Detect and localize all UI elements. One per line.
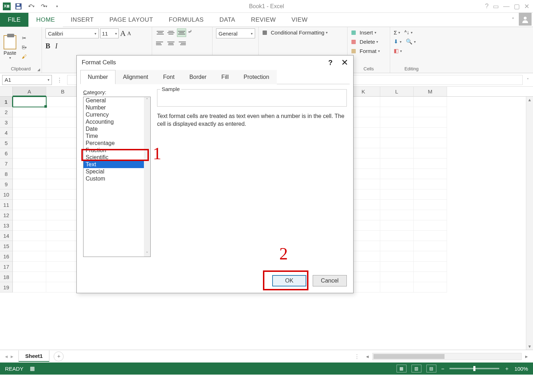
cell[interactable] xyxy=(46,262,80,272)
clipboard-launcher[interactable]: ◢ xyxy=(37,68,40,71)
cell[interactable] xyxy=(380,189,414,200)
cell[interactable] xyxy=(46,107,80,117)
cell[interactable] xyxy=(380,282,414,292)
cell[interactable] xyxy=(414,179,447,189)
cell[interactable] xyxy=(13,97,46,107)
row-header[interactable]: 6 xyxy=(0,148,13,159)
zoom-slider[interactable] xyxy=(449,368,499,369)
tab-page-layout[interactable]: PAGE LAYOUT xyxy=(102,13,161,27)
cell[interactable] xyxy=(380,107,414,117)
column-header[interactable]: L xyxy=(380,87,414,96)
align-left-button[interactable] xyxy=(156,39,165,48)
scroll-up-arrow[interactable]: ▲ xyxy=(528,97,532,102)
tab-view[interactable]: VIEW xyxy=(284,13,315,27)
category-item[interactable]: Date xyxy=(84,125,150,133)
page-break-view-button[interactable]: ▤ xyxy=(426,365,436,372)
cell[interactable] xyxy=(46,251,80,262)
expand-formula-bar[interactable]: ˅ xyxy=(525,78,531,82)
name-box[interactable]: A1▾ xyxy=(2,75,52,85)
cell[interactable] xyxy=(414,169,447,179)
row-header[interactable]: 5 xyxy=(0,138,13,148)
cell[interactable] xyxy=(46,159,80,169)
cell[interactable] xyxy=(46,282,80,292)
cell[interactable] xyxy=(46,241,80,251)
minimize-button[interactable]: — xyxy=(503,2,510,10)
insert-cells-button[interactable]: ▦Insert ▾ xyxy=(351,28,376,36)
cell[interactable] xyxy=(13,169,46,179)
dialog-tab-alignment[interactable]: Alignment xyxy=(115,70,156,84)
tab-review[interactable]: REVIEW xyxy=(243,13,284,27)
cell[interactable] xyxy=(380,251,414,262)
row-header[interactable]: 13 xyxy=(0,220,13,231)
restore-button[interactable]: ▢ xyxy=(514,2,520,10)
cell[interactable] xyxy=(380,138,414,148)
cell[interactable] xyxy=(414,97,447,107)
dialog-close-button[interactable]: ✕ xyxy=(341,58,348,68)
row-header[interactable]: 3 xyxy=(0,117,13,128)
row-header[interactable]: 8 xyxy=(0,169,13,179)
cell[interactable] xyxy=(46,179,80,189)
cell[interactable] xyxy=(46,231,80,241)
tab-home[interactable]: HOME xyxy=(28,13,63,27)
cell[interactable] xyxy=(46,189,80,200)
cell[interactable] xyxy=(13,117,46,128)
cell[interactable] xyxy=(414,107,447,117)
row-header[interactable]: 18 xyxy=(0,272,13,282)
fill-button[interactable]: ⬇ ▾ 🔍▾ xyxy=(394,38,416,45)
cell[interactable] xyxy=(13,189,46,200)
category-item[interactable]: Fraction xyxy=(84,147,150,154)
category-item[interactable]: Special xyxy=(84,168,150,175)
dialog-tab-fill[interactable]: Fill xyxy=(214,70,236,84)
user-account-icon[interactable] xyxy=(519,13,532,26)
cell[interactable] xyxy=(13,159,46,169)
macro-record-icon[interactable]: ▦ xyxy=(30,365,35,372)
cell[interactable] xyxy=(46,128,80,138)
cell[interactable] xyxy=(414,210,447,220)
row-header[interactable]: 11 xyxy=(0,200,13,210)
tab-data[interactable]: DATA xyxy=(211,13,243,27)
cell[interactable] xyxy=(414,272,447,282)
decrease-font-button[interactable]: A xyxy=(127,31,131,37)
align-middle-button[interactable] xyxy=(166,28,176,37)
cell[interactable] xyxy=(46,97,80,107)
cell[interactable] xyxy=(13,251,46,262)
cell[interactable] xyxy=(414,220,447,231)
cell[interactable] xyxy=(13,241,46,251)
cell[interactable] xyxy=(414,200,447,210)
normal-view-button[interactable]: ▦ xyxy=(397,365,407,372)
cell[interactable] xyxy=(380,159,414,169)
cell[interactable] xyxy=(46,200,80,210)
scroll-down-arrow[interactable]: ▼ xyxy=(528,344,532,349)
cell[interactable] xyxy=(46,210,80,220)
font-name-combo[interactable]: Calibri▾ xyxy=(45,28,99,38)
row-header[interactable]: 1 xyxy=(0,97,13,107)
page-layout-view-button[interactable]: ▥ xyxy=(411,365,421,372)
cancel-button[interactable]: Cancel xyxy=(313,275,347,286)
cell[interactable] xyxy=(414,241,447,251)
column-header[interactable]: B xyxy=(46,87,80,96)
increase-font-button[interactable]: A xyxy=(120,29,126,38)
dialog-title-bar[interactable]: Format Cells ? ✕ xyxy=(77,55,353,70)
cell[interactable] xyxy=(414,282,447,292)
zoom-out-button[interactable]: − xyxy=(441,366,445,372)
cut-button[interactable]: ✂ xyxy=(20,34,28,42)
copy-button[interactable]: ⎘▾ xyxy=(20,43,28,51)
dialog-tab-font[interactable]: Font xyxy=(156,70,182,84)
cell[interactable] xyxy=(414,117,447,128)
row-header[interactable]: 16 xyxy=(0,251,13,262)
redo-button[interactable]: ↷▾ xyxy=(39,1,49,11)
undo-button[interactable]: ↶▾ xyxy=(26,1,36,11)
category-item[interactable]: Custom xyxy=(84,175,150,182)
format-cells-button[interactable]: ▦Format ▾ xyxy=(351,47,380,55)
row-header[interactable]: 9 xyxy=(0,179,13,189)
dialog-tab-protection[interactable]: Protection xyxy=(236,70,277,84)
fx-handle[interactable]: ⋮ xyxy=(54,77,65,83)
paste-button[interactable]: Paste ▾ xyxy=(4,35,16,60)
number-format-combo[interactable]: General▾ xyxy=(216,28,255,38)
align-right-button[interactable] xyxy=(177,39,186,48)
cell[interactable] xyxy=(13,148,46,159)
cell[interactable] xyxy=(13,282,46,292)
cell[interactable] xyxy=(13,272,46,282)
horizontal-scrollbar[interactable] xyxy=(372,353,522,360)
cell[interactable] xyxy=(380,220,414,231)
